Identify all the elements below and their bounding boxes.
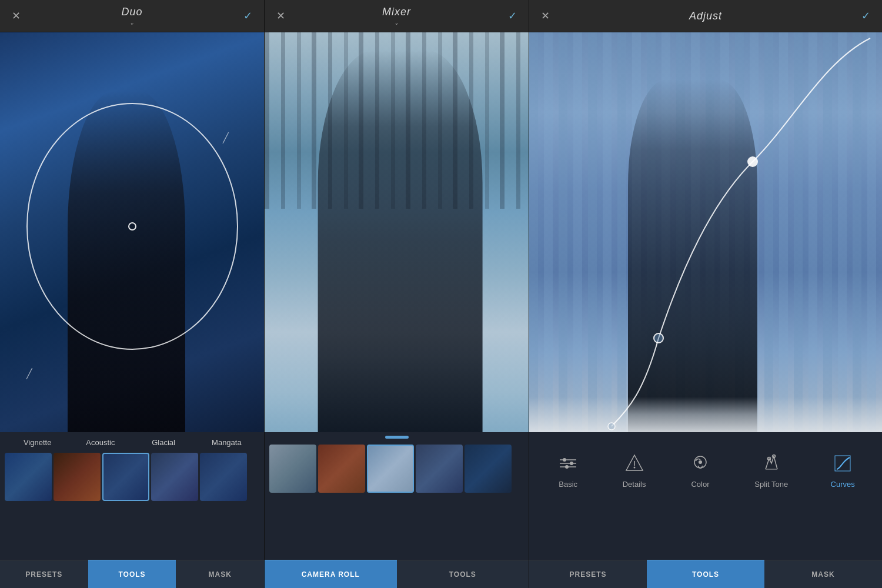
duo-panel-title: Duo ⌄ xyxy=(121,6,142,26)
ground-snow xyxy=(529,397,882,432)
details-icon xyxy=(623,452,646,475)
mixer-photo-background xyxy=(265,32,529,432)
mixer-panel-header: ✕ Mixer ⌄ ✓ xyxy=(265,0,529,32)
mixer-thumb-5[interactable] xyxy=(465,445,512,493)
preset-label-vignette: Vignette xyxy=(6,437,69,448)
duo-photo-panel[interactable]: ╱ ╱ xyxy=(0,32,265,432)
mixer-thumbs-row xyxy=(265,442,529,495)
mixer-thumb-4[interactable] xyxy=(416,445,463,493)
corner-handle-bl[interactable]: ╱ xyxy=(26,368,32,379)
details-label: Details xyxy=(623,480,646,489)
top-bar: ✕ Duo ⌄ ✓ ✕ Mixer ⌄ ✓ ✕ Adjust ✓ xyxy=(0,0,882,32)
mixer-bottom-panel: CAMERA ROLL TOOLS xyxy=(265,432,529,588)
curves-icon xyxy=(831,452,854,475)
mixer-panel-title: Mixer ⌄ xyxy=(382,6,411,26)
bottom-area: Vignette Acoustic Glacial Mangata PRESET… xyxy=(0,432,882,588)
main-content: ╱ ╱ xyxy=(0,32,882,432)
color-icon xyxy=(689,452,712,475)
preset-label-glacial: Glacial xyxy=(132,437,195,448)
mixer-confirm-icon[interactable]: ✓ xyxy=(508,9,517,22)
svg-point-6 xyxy=(563,458,566,462)
color-label: Color xyxy=(691,480,709,489)
duo-thumbnails-strip xyxy=(0,450,264,503)
mixer-thumb-3[interactable] xyxy=(367,445,414,493)
duo-confirm-icon[interactable]: ✓ xyxy=(243,9,252,22)
preset-label-acoustic: Acoustic xyxy=(69,437,132,448)
duo-bottom-panel: Vignette Acoustic Glacial Mangata PRESET… xyxy=(0,432,265,588)
duo-close-icon[interactable]: ✕ xyxy=(12,9,21,22)
tool-details[interactable]: Details xyxy=(614,447,655,493)
mixer-dot xyxy=(385,436,409,439)
adjust-bottom-panel: Basic Details xyxy=(529,432,882,588)
mixer-nav-tools[interactable]: TOOLS xyxy=(397,560,529,588)
split-tone-icon xyxy=(760,452,783,475)
tool-color[interactable]: Color xyxy=(680,447,721,493)
adjust-photo-panel[interactable] xyxy=(529,32,882,432)
duo-person-silhouette xyxy=(68,91,185,432)
svg-point-13 xyxy=(699,460,702,464)
corner-handle-tr[interactable]: ╱ xyxy=(223,132,229,143)
mixer-scroll-indicator xyxy=(265,432,529,442)
adjust-nav-tools[interactable]: TOOLS xyxy=(647,560,764,588)
duo-photo-background: ╱ ╱ xyxy=(0,32,264,432)
mixer-thumb-1[interactable] xyxy=(269,445,316,493)
adjust-photo-background xyxy=(529,32,882,432)
adjust-tools-row: Basic Details xyxy=(529,438,882,498)
adjust-panel-title: Adjust xyxy=(689,10,722,22)
adjust-confirm-icon[interactable]: ✓ xyxy=(861,9,870,22)
adjust-person-silhouette xyxy=(628,79,757,432)
duo-thumb-3[interactable] xyxy=(102,453,149,501)
tool-basic[interactable]: Basic xyxy=(547,447,589,493)
mixer-nav-camera-roll[interactable]: CAMERA ROLL xyxy=(265,560,397,588)
adjust-nav-mask[interactable]: MASK xyxy=(764,560,882,588)
svg-point-11 xyxy=(633,467,635,469)
adjust-close-icon[interactable]: ✕ xyxy=(541,9,550,22)
curves-label: Curves xyxy=(831,480,855,489)
split-tone-label: Split Tone xyxy=(754,480,788,489)
mixer-close-icon[interactable]: ✕ xyxy=(276,9,285,22)
duo-nav-tools[interactable]: TOOLS xyxy=(88,560,176,588)
duo-panel-header: ✕ Duo ⌄ ✓ xyxy=(0,0,265,32)
tool-split-tone[interactable]: Split Tone xyxy=(746,447,797,493)
svg-point-7 xyxy=(570,462,573,465)
svg-point-8 xyxy=(565,465,569,469)
tool-curves[interactable]: Curves xyxy=(822,447,864,493)
duo-nav-mask[interactable]: MASK xyxy=(176,560,264,588)
duo-nav-bar: PRESETS TOOLS MASK xyxy=(0,560,264,588)
basic-label: Basic xyxy=(559,480,577,489)
duo-thumb-5[interactable] xyxy=(200,453,247,501)
adjust-panel-header: ✕ Adjust ✓ xyxy=(529,0,882,32)
mixer-nav-bar: CAMERA ROLL TOOLS xyxy=(265,560,529,588)
basic-icon xyxy=(556,452,580,475)
mixer-photo-panel[interactable] xyxy=(265,32,529,432)
duo-thumb-1[interactable] xyxy=(5,453,52,501)
duo-thumb-2[interactable] xyxy=(54,453,101,501)
mixer-person-silhouette xyxy=(318,50,482,432)
mixer-thumbnails-area xyxy=(265,442,529,560)
duo-thumb-4[interactable] xyxy=(151,453,198,501)
preset-label-mangata: Mangata xyxy=(195,437,258,448)
adjust-nav-bar: PRESETS TOOLS MASK xyxy=(529,560,882,588)
adjust-nav-presets[interactable]: PRESETS xyxy=(529,560,647,588)
duo-nav-presets[interactable]: PRESETS xyxy=(0,560,88,588)
mixer-thumb-2[interactable] xyxy=(318,445,365,493)
preset-labels-row: Vignette Acoustic Glacial Mangata xyxy=(0,432,264,450)
